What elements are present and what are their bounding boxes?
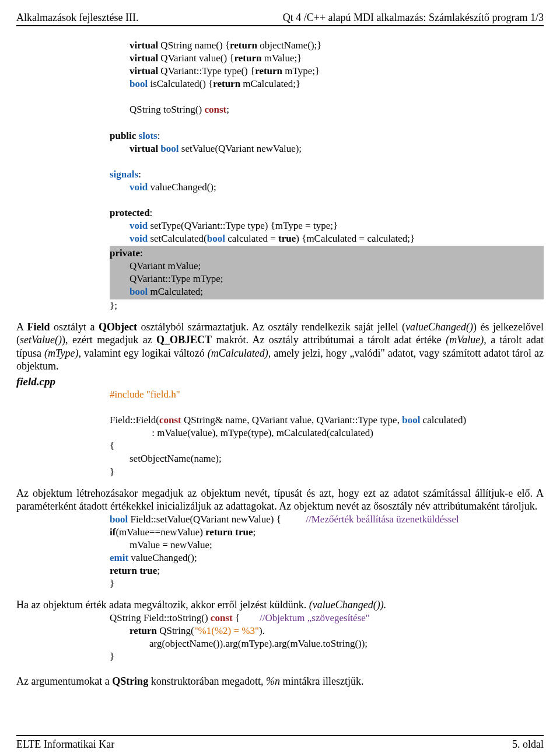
- l: virtual bool setValue(QVariant newValue)…: [110, 143, 302, 154]
- l: return true;: [110, 565, 160, 576]
- footer-right: 5. oldal: [512, 738, 544, 751]
- paragraph-3: Ha az objektum érték adata megváltozik, …: [16, 598, 544, 612]
- l: #include "field.h": [110, 389, 180, 400]
- l: QString toString() const;: [110, 104, 229, 115]
- l: QString Field::toString() const { //Obje…: [110, 612, 370, 623]
- l: {: [110, 440, 114, 451]
- page-footer: ELTE Informatikai Kar 5. oldal: [16, 735, 544, 751]
- paragraph-4: Az argumentumokat a QString konstruktorá…: [16, 675, 544, 688]
- code-block-4: QString Field::toString() const { //Obje…: [110, 612, 544, 663]
- paragraph-1: A Field osztályt a QObject osztályból sz…: [16, 320, 544, 373]
- code-block-3: bool Field::setValue(QVariant newValue) …: [110, 513, 544, 591]
- l: if(mValue==newValue) return true;: [110, 527, 256, 538]
- l: : mValue(value), mType(type), mCalculate…: [110, 427, 373, 438]
- l: }: [110, 578, 114, 589]
- l: bool isCalculated() {return mCalculated;…: [110, 78, 300, 89]
- l: emit valueChanged();: [110, 552, 197, 563]
- code-block-2: #include "field.h" Field::Field(const QS…: [110, 388, 544, 479]
- l: setObjectName(name);: [110, 453, 222, 464]
- l: protected:: [110, 207, 152, 218]
- l: }: [110, 651, 114, 662]
- l: arg(objectName()).arg(mType).arg(mValue.…: [110, 638, 368, 649]
- l: bool mCalculated;: [110, 286, 203, 297]
- l: virtual QString name() {return objectNam…: [110, 40, 322, 51]
- l: void valueChanged();: [110, 182, 216, 193]
- l: QVariant mValue;: [110, 260, 201, 271]
- l: mValue = newValue;: [110, 539, 212, 550]
- l: signals:: [110, 169, 141, 180]
- l: QVariant::Type mType;: [110, 273, 223, 284]
- header-left: Alkalmazások fejlesztése III.: [16, 12, 138, 24]
- code-block-1: virtual QString name() {return objectNam…: [110, 39, 544, 312]
- footer-left: ELTE Informatikai Kar: [16, 738, 114, 751]
- paragraph-2: Az objektum létrehozásakor megadjuk az o…: [16, 487, 544, 513]
- private-block: private: QVariant mValue; QVariant::Type…: [110, 246, 544, 299]
- l: virtual QVariant value() {return mValue;…: [110, 53, 302, 64]
- l: }: [110, 466, 114, 477]
- l: void setType(QVariant::Type type) {mType…: [110, 220, 338, 231]
- l: };: [110, 300, 117, 311]
- section-field-cpp: field.cpp: [16, 375, 544, 388]
- header-right: Qt 4 /C++ alapú MDI alkalmazás: Számlaké…: [283, 12, 544, 24]
- l: private:: [110, 247, 143, 259]
- page-header: Alkalmazások fejlesztése III. Qt 4 /C++ …: [16, 12, 544, 26]
- l: bool Field::setValue(QVariant newValue) …: [110, 514, 459, 525]
- l: virtual QVariant::Type type() {return mT…: [110, 65, 320, 76]
- l: Field::Field(const QString& name, QVaria…: [110, 414, 466, 426]
- l: public slots:: [110, 130, 160, 141]
- l: return QString("%1(%2) = %3").: [110, 625, 265, 636]
- l: void setCalculated(bool calculated = tru…: [110, 233, 415, 244]
